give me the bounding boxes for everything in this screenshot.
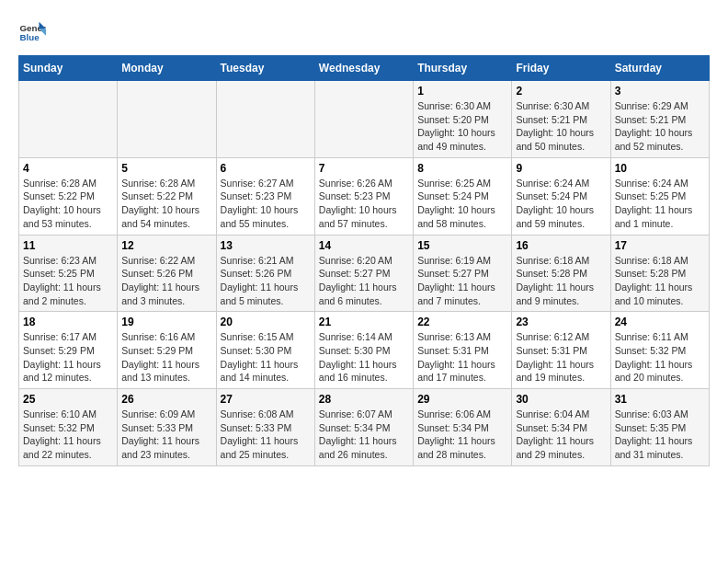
day-cell: 26Sunrise: 6:09 AMSunset: 5:33 PMDayligh… bbox=[118, 389, 216, 466]
day-cell bbox=[314, 81, 413, 158]
day-number: 29 bbox=[417, 393, 507, 406]
day-info: Sunrise: 6:07 AMSunset: 5:34 PMDaylight:… bbox=[319, 408, 409, 462]
day-number: 11 bbox=[23, 239, 113, 252]
column-header-saturday: Saturday bbox=[610, 56, 709, 81]
day-info: Sunrise: 6:15 AMSunset: 5:30 PMDaylight:… bbox=[221, 330, 311, 385]
day-number: 13 bbox=[221, 239, 311, 252]
day-number: 27 bbox=[221, 393, 311, 406]
day-info: Sunrise: 6:30 AMSunset: 5:20 PMDaylight:… bbox=[417, 99, 507, 154]
day-cell: 28Sunrise: 6:07 AMSunset: 5:34 PMDayligh… bbox=[314, 389, 413, 466]
day-info: Sunrise: 6:12 AMSunset: 5:31 PMDaylight:… bbox=[516, 330, 606, 385]
svg-text:Blue: Blue bbox=[20, 32, 40, 42]
day-info: Sunrise: 6:08 AMSunset: 5:33 PMDaylight:… bbox=[221, 408, 311, 462]
day-number: 21 bbox=[319, 316, 409, 328]
day-cell: 31Sunrise: 6:03 AMSunset: 5:35 PMDayligh… bbox=[610, 389, 709, 466]
day-number: 18 bbox=[23, 316, 113, 328]
day-cell: 24Sunrise: 6:11 AMSunset: 5:32 PMDayligh… bbox=[610, 312, 709, 389]
logo: General Blue bbox=[18, 18, 50, 46]
day-number: 3 bbox=[615, 85, 705, 98]
day-number: 20 bbox=[221, 316, 311, 328]
column-header-monday: Monday bbox=[118, 56, 216, 81]
day-cell: 18Sunrise: 6:17 AMSunset: 5:29 PMDayligh… bbox=[19, 312, 118, 389]
day-info: Sunrise: 6:17 AMSunset: 5:29 PMDaylight:… bbox=[23, 330, 113, 385]
day-info: Sunrise: 6:13 AMSunset: 5:31 PMDaylight:… bbox=[417, 330, 507, 385]
week-row-1: 1Sunrise: 6:30 AMSunset: 5:20 PMDaylight… bbox=[19, 81, 710, 158]
day-info: Sunrise: 6:30 AMSunset: 5:21 PMDaylight:… bbox=[516, 99, 606, 154]
day-cell: 13Sunrise: 6:21 AMSunset: 5:26 PMDayligh… bbox=[216, 235, 314, 312]
column-header-wednesday: Wednesday bbox=[314, 56, 413, 81]
week-row-4: 18Sunrise: 6:17 AMSunset: 5:29 PMDayligh… bbox=[19, 312, 710, 389]
day-number: 26 bbox=[121, 393, 211, 406]
day-cell: 20Sunrise: 6:15 AMSunset: 5:30 PMDayligh… bbox=[216, 312, 314, 389]
column-header-thursday: Thursday bbox=[414, 56, 512, 81]
day-number: 19 bbox=[121, 316, 211, 328]
day-info: Sunrise: 6:28 AMSunset: 5:22 PMDaylight:… bbox=[121, 177, 211, 231]
day-info: Sunrise: 6:20 AMSunset: 5:27 PMDaylight:… bbox=[319, 254, 409, 308]
day-number: 30 bbox=[516, 393, 606, 406]
day-cell bbox=[216, 81, 314, 158]
day-info: Sunrise: 6:04 AMSunset: 5:34 PMDaylight:… bbox=[516, 408, 606, 462]
day-info: Sunrise: 6:06 AMSunset: 5:34 PMDaylight:… bbox=[417, 408, 507, 462]
day-cell: 10Sunrise: 6:24 AMSunset: 5:25 PMDayligh… bbox=[610, 157, 709, 235]
day-info: Sunrise: 6:25 AMSunset: 5:24 PMDaylight:… bbox=[417, 177, 507, 231]
day-number: 7 bbox=[319, 162, 409, 175]
day-cell: 3Sunrise: 6:29 AMSunset: 5:21 PMDaylight… bbox=[610, 81, 709, 158]
day-info: Sunrise: 6:29 AMSunset: 5:21 PMDaylight:… bbox=[615, 99, 705, 154]
day-cell bbox=[19, 81, 118, 158]
day-cell: 1Sunrise: 6:30 AMSunset: 5:20 PMDaylight… bbox=[414, 81, 512, 158]
day-info: Sunrise: 6:24 AMSunset: 5:25 PMDaylight:… bbox=[615, 177, 705, 231]
day-number: 24 bbox=[615, 316, 705, 328]
column-header-sunday: Sunday bbox=[19, 56, 118, 81]
day-number: 12 bbox=[121, 239, 211, 252]
day-info: Sunrise: 6:03 AMSunset: 5:35 PMDaylight:… bbox=[615, 408, 705, 462]
day-cell: 27Sunrise: 6:08 AMSunset: 5:33 PMDayligh… bbox=[216, 389, 314, 466]
page-header: General Blue bbox=[18, 18, 710, 46]
day-cell: 12Sunrise: 6:22 AMSunset: 5:26 PMDayligh… bbox=[118, 235, 216, 312]
day-cell: 5Sunrise: 6:28 AMSunset: 5:22 PMDaylight… bbox=[118, 157, 216, 235]
day-cell: 2Sunrise: 6:30 AMSunset: 5:21 PMDaylight… bbox=[512, 81, 610, 158]
day-cell: 29Sunrise: 6:06 AMSunset: 5:34 PMDayligh… bbox=[414, 389, 512, 466]
week-row-5: 25Sunrise: 6:10 AMSunset: 5:32 PMDayligh… bbox=[19, 389, 710, 466]
day-info: Sunrise: 6:23 AMSunset: 5:25 PMDaylight:… bbox=[23, 254, 113, 308]
day-info: Sunrise: 6:18 AMSunset: 5:28 PMDaylight:… bbox=[615, 254, 705, 308]
week-row-3: 11Sunrise: 6:23 AMSunset: 5:25 PMDayligh… bbox=[19, 235, 710, 312]
day-info: Sunrise: 6:27 AMSunset: 5:23 PMDaylight:… bbox=[221, 177, 311, 231]
day-cell: 4Sunrise: 6:28 AMSunset: 5:22 PMDaylight… bbox=[19, 157, 118, 235]
column-header-tuesday: Tuesday bbox=[216, 56, 314, 81]
day-cell: 23Sunrise: 6:12 AMSunset: 5:31 PMDayligh… bbox=[512, 312, 610, 389]
day-number: 9 bbox=[516, 162, 606, 175]
week-row-2: 4Sunrise: 6:28 AMSunset: 5:22 PMDaylight… bbox=[19, 157, 710, 235]
day-cell: 11Sunrise: 6:23 AMSunset: 5:25 PMDayligh… bbox=[19, 235, 118, 312]
day-info: Sunrise: 6:18 AMSunset: 5:28 PMDaylight:… bbox=[516, 254, 606, 308]
day-number: 25 bbox=[23, 393, 113, 406]
day-number: 2 bbox=[516, 85, 606, 98]
day-info: Sunrise: 6:26 AMSunset: 5:23 PMDaylight:… bbox=[319, 177, 409, 231]
day-cell: 6Sunrise: 6:27 AMSunset: 5:23 PMDaylight… bbox=[216, 157, 314, 235]
day-cell: 15Sunrise: 6:19 AMSunset: 5:27 PMDayligh… bbox=[414, 235, 512, 312]
logo-icon: General Blue bbox=[18, 18, 46, 46]
day-cell: 22Sunrise: 6:13 AMSunset: 5:31 PMDayligh… bbox=[414, 312, 512, 389]
day-info: Sunrise: 6:28 AMSunset: 5:22 PMDaylight:… bbox=[23, 177, 113, 231]
day-number: 8 bbox=[417, 162, 507, 175]
day-number: 5 bbox=[121, 162, 211, 175]
day-cell: 14Sunrise: 6:20 AMSunset: 5:27 PMDayligh… bbox=[314, 235, 413, 312]
column-header-friday: Friday bbox=[512, 56, 610, 81]
day-number: 22 bbox=[417, 316, 507, 328]
day-cell: 19Sunrise: 6:16 AMSunset: 5:29 PMDayligh… bbox=[118, 312, 216, 389]
day-info: Sunrise: 6:21 AMSunset: 5:26 PMDaylight:… bbox=[221, 254, 311, 308]
day-cell: 30Sunrise: 6:04 AMSunset: 5:34 PMDayligh… bbox=[512, 389, 610, 466]
day-number: 14 bbox=[319, 239, 409, 252]
day-cell: 7Sunrise: 6:26 AMSunset: 5:23 PMDaylight… bbox=[314, 157, 413, 235]
day-info: Sunrise: 6:22 AMSunset: 5:26 PMDaylight:… bbox=[121, 254, 211, 308]
day-number: 4 bbox=[23, 162, 113, 175]
day-info: Sunrise: 6:24 AMSunset: 5:24 PMDaylight:… bbox=[516, 177, 606, 231]
day-number: 31 bbox=[615, 393, 705, 406]
day-info: Sunrise: 6:09 AMSunset: 5:33 PMDaylight:… bbox=[121, 408, 211, 462]
day-cell: 8Sunrise: 6:25 AMSunset: 5:24 PMDaylight… bbox=[414, 157, 512, 235]
day-number: 1 bbox=[417, 85, 507, 98]
day-number: 23 bbox=[516, 316, 606, 328]
calendar-table: SundayMondayTuesdayWednesdayThursdayFrid… bbox=[18, 55, 710, 466]
day-cell: 16Sunrise: 6:18 AMSunset: 5:28 PMDayligh… bbox=[512, 235, 610, 312]
day-cell bbox=[118, 81, 216, 158]
day-cell: 25Sunrise: 6:10 AMSunset: 5:32 PMDayligh… bbox=[19, 389, 118, 466]
